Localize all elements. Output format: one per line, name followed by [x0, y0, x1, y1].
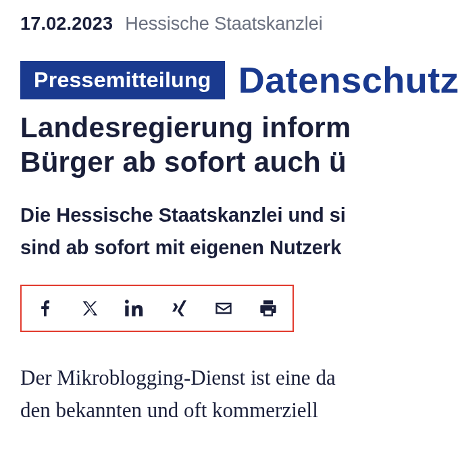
meta-row: 17.02.2023 Hessische Staatskanzlei — [20, 14, 458, 34]
publish-date: 17.02.2023 — [20, 14, 113, 34]
topic-heading: Datenschutz — [238, 59, 458, 101]
linkedin-icon[interactable] — [124, 298, 145, 318]
facebook-icon[interactable] — [35, 298, 55, 318]
title-block: Pressemitteilung Datenschutz Landesregie… — [20, 59, 458, 179]
headline-line-1: Landesregierung inform — [20, 112, 351, 143]
body-line-1: Der Mikroblogging-Dienst ist eine da — [20, 366, 336, 389]
x-twitter-icon[interactable] — [80, 298, 100, 318]
article-lede: Die Hessische Staatskanzlei und si sind … — [20, 199, 458, 264]
article-headline: Landesregierung inform Bürger ab sofort … — [20, 110, 458, 179]
share-bar — [20, 285, 294, 332]
publisher-source: Hessische Staatskanzlei — [125, 14, 323, 34]
print-icon[interactable] — [258, 298, 278, 318]
lede-line-1: Die Hessische Staatskanzlei und si — [20, 204, 346, 226]
article-body: Der Mikroblogging-Dienst ist eine da den… — [20, 362, 458, 427]
lede-line-2: sind ab sofort mit eigenen Nutzerk — [20, 237, 341, 258]
headline-line-2: Bürger ab sofort auch ü — [20, 146, 347, 178]
badge-row: Pressemitteilung Datenschutz — [20, 59, 458, 101]
press-release-badge: Pressemitteilung — [20, 61, 225, 99]
email-icon[interactable] — [213, 298, 234, 318]
body-line-2: den bekannten und oft kommerziell — [20, 398, 318, 422]
xing-icon[interactable] — [169, 298, 189, 318]
